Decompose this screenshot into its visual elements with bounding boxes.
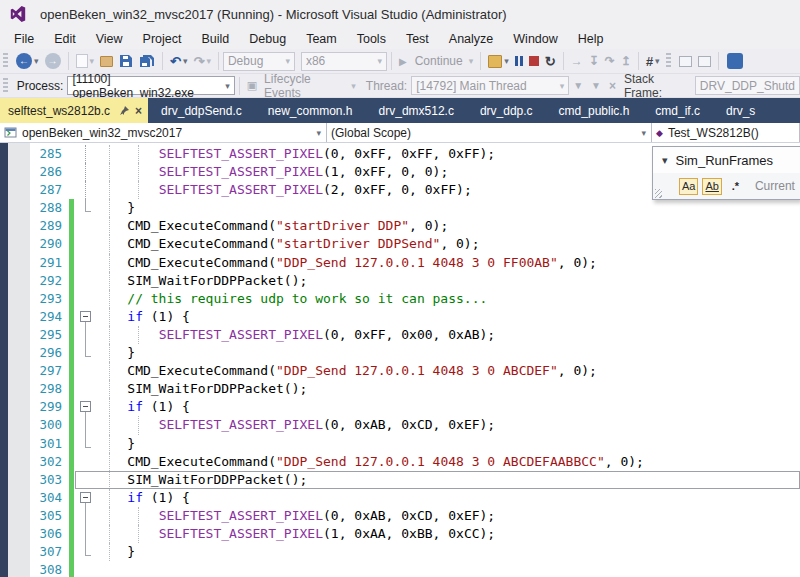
filter-threads-icon[interactable]: ▼ (573, 80, 583, 91)
code-line-303[interactable]: 303 SIM_WaitForDDPPacket(); (30, 471, 800, 489)
redo-button[interactable]: ↷ ▾ (193, 51, 212, 71)
code-line-299[interactable]: 299 if (1) { (30, 398, 800, 416)
tab-drv_ddp.c[interactable]: drv_ddp.c (467, 98, 546, 123)
code-text[interactable]: SIM_WaitForDDPPacket(); (96, 272, 800, 290)
lifecycle-events-icon[interactable]: ▣ (247, 79, 257, 92)
code-editor[interactable]: 285 SELFTEST_ASSERT_PIXEL(0, 0xFF, 0xFF,… (0, 143, 800, 577)
code-line-291[interactable]: 291 CMD_ExecuteCommand("DDP_Send 127.0.0… (30, 254, 800, 272)
new-file-button[interactable]: ▾ (75, 51, 96, 71)
code-line-304[interactable]: 304 if (1) { (30, 489, 800, 507)
menu-item-debug[interactable]: Debug (239, 30, 296, 48)
code-line-289[interactable]: 289 CMD_ExecuteCommand("startDriver DDP"… (30, 217, 800, 235)
find-query-input[interactable]: Sim_RunFrames (676, 153, 774, 168)
menu-item-edit[interactable]: Edit (44, 30, 86, 48)
whole-word-button[interactable]: Ab (702, 178, 721, 195)
code-text[interactable]: if (1) { (96, 398, 800, 416)
find-overlay[interactable]: ▾ Sim_RunFrames Aa Ab .* Current (652, 146, 800, 200)
tab-selftest_ws2812b.c[interactable]: selftest_ws2812b.c × (0, 98, 148, 123)
toolbar-grip[interactable] (3, 78, 8, 94)
toolbar-grip[interactable] (3, 53, 8, 69)
thread-combo[interactable]: [14792] Main Thread ▾ (411, 76, 569, 95)
code-text[interactable]: if (1) { (96, 489, 800, 507)
folding-margin[interactable] (75, 489, 96, 507)
code-line-294[interactable]: 294 if (1) { (30, 308, 800, 326)
step-over-icon[interactable]: ↷ (605, 54, 615, 68)
code-text[interactable]: // this requires udp to work so it can p… (96, 290, 800, 308)
save-all-button[interactable] (138, 51, 156, 71)
chevron-down-icon[interactable]: ▾ (34, 56, 39, 66)
tab-drv_dmx512.c[interactable]: drv_dmx512.c (366, 98, 467, 123)
regex-button[interactable]: .* (726, 178, 745, 195)
show-threads-in-source-icon[interactable] (679, 56, 692, 67)
solution-platform-combo[interactable]: x86 ▾ (301, 52, 387, 71)
code-text[interactable]: CMD_ExecuteCommand("DDP_Send 127.0.0.1 4… (96, 254, 800, 272)
tab-cmd_public.h[interactable]: cmd_public.h (546, 98, 643, 123)
code-line-307[interactable]: 307 } (30, 543, 800, 561)
code-line-295[interactable]: 295 SELFTEST_ASSERT_PIXEL(0, 0xFF, 0x00,… (30, 326, 800, 344)
collapse-region-icon[interactable] (80, 492, 91, 503)
menu-item-file[interactable]: File (4, 30, 44, 48)
menu-item-help[interactable]: Help (568, 30, 614, 48)
collapse-region-icon[interactable] (80, 311, 91, 322)
restart-button[interactable]: ↻ (544, 51, 557, 71)
menu-item-tools[interactable]: Tools (347, 30, 396, 48)
match-case-button[interactable]: Aa (679, 178, 698, 195)
code-text[interactable] (96, 561, 800, 577)
code-text[interactable]: SELFTEST_ASSERT_PIXEL(0, 0xAB, 0xCD, 0xE… (96, 416, 800, 434)
code-text[interactable]: CMD_ExecuteCommand("startDriver DDPSend"… (96, 235, 800, 253)
pin-icon[interactable] (120, 106, 129, 115)
code-text[interactable]: SIM_WaitForDDPPacket(); (96, 380, 800, 398)
stop-debugging-button[interactable] (528, 51, 540, 71)
chevron-down-icon[interactable]: ▾ (183, 56, 188, 66)
code-text[interactable]: CMD_ExecuteCommand("startDriver DDP", 0)… (96, 217, 800, 235)
scope-combo[interactable]: (Global Scope) ▾ (327, 123, 652, 142)
code-line-290[interactable]: 290 CMD_ExecuteCommand("startDriver DDPS… (30, 235, 800, 253)
menu-item-test[interactable]: Test (396, 30, 439, 48)
code-line-296[interactable]: 296 } (30, 344, 800, 362)
close-icon[interactable]: × (135, 104, 142, 118)
code-text[interactable]: SIM_WaitForDDPPacket(); (96, 471, 800, 489)
code-text[interactable]: CMD_ExecuteCommand("DDP_Send 127.0.0.1 4… (96, 453, 800, 471)
code-text[interactable]: SELFTEST_ASSERT_PIXEL(0, 0xFF, 0x00, 0xA… (96, 326, 800, 344)
menu-item-build[interactable]: Build (191, 30, 239, 48)
chevron-down-icon[interactable]: ▾ (90, 56, 95, 66)
menu-item-view[interactable]: View (86, 30, 133, 48)
code-line-293[interactable]: 293 // this requires udp to work so it c… (30, 290, 800, 308)
find-expand-chevron-icon[interactable]: ▾ (662, 154, 668, 167)
save-button[interactable] (118, 51, 134, 71)
code-line-297[interactable]: 297 CMD_ExecuteCommand("DDP_Send 127.0.0… (30, 362, 800, 380)
undo-button[interactable]: ↶ ▾ (169, 51, 188, 71)
code-line-301[interactable]: 301 } (30, 435, 800, 453)
toolbar-grip[interactable] (666, 53, 671, 69)
chevron-down-icon[interactable]: ▾ (206, 56, 211, 66)
code-line-306[interactable]: 306 SELFTEST_ASSERT_PIXEL(1, 0xAA, 0xBB,… (30, 525, 800, 543)
break-all-button[interactable] (514, 51, 524, 71)
open-file-button[interactable] (99, 51, 114, 71)
method-combo[interactable]: ◆ Test_WS2812B() (652, 123, 800, 142)
tab-cmd_if.c[interactable]: cmd_if.c (642, 98, 713, 123)
chevron-down-icon[interactable]: ▾ (351, 81, 356, 91)
step-out-icon[interactable]: ↥ (621, 54, 631, 68)
code-text[interactable]: CMD_ExecuteCommand("DDP_Send 127.0.0.1 4… (96, 362, 800, 380)
code-line-298[interactable]: 298 SIM_WaitForDDPPacket(); (30, 380, 800, 398)
diagnostic-tools-button[interactable]: ▾ (487, 51, 510, 71)
code-text[interactable]: SELFTEST_ASSERT_PIXEL(0, 0xAB, 0xCD, 0xE… (96, 507, 800, 525)
continue-button[interactable]: ▶ Continue ▾ (398, 51, 474, 71)
menu-item-analyze[interactable]: Analyze (439, 30, 503, 48)
code-text[interactable]: SELFTEST_ASSERT_PIXEL(1, 0xAA, 0xBB, 0xC… (96, 525, 800, 543)
step-into-icon[interactable]: ↧ (589, 54, 599, 68)
code-text[interactable]: } (96, 199, 800, 217)
find-scope-dropdown[interactable]: Current (755, 179, 795, 193)
resize-grip-icon[interactable] (655, 189, 662, 198)
menu-item-window[interactable]: Window (503, 30, 567, 48)
menu-item-project[interactable]: Project (133, 30, 192, 48)
tab-drv_ddpSend.c[interactable]: drv_ddpSend.c (148, 98, 255, 123)
parallel-stacks-icon[interactable] (698, 56, 711, 67)
navigate-backward-button[interactable]: ← ▾ (15, 51, 40, 71)
hex-display-button[interactable]: # ▾ (645, 51, 661, 71)
folding-margin[interactable] (75, 398, 96, 416)
cut-off-toolbar-icon[interactable] (727, 53, 743, 69)
tab-drv_s[interactable]: drv_s (713, 98, 768, 123)
solution-configuration-combo[interactable]: Debug ▾ (223, 52, 295, 71)
code-line-288[interactable]: 288 } (30, 199, 800, 217)
